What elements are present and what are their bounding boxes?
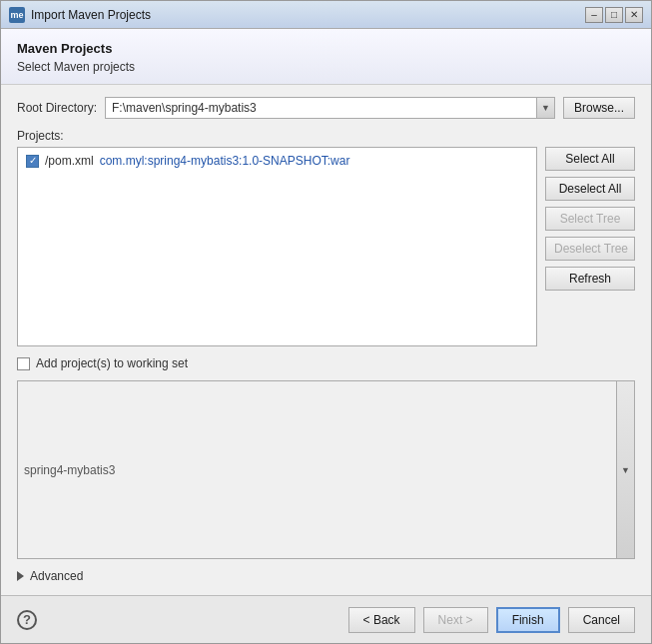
window-title: Import Maven Projects — [31, 8, 151, 22]
projects-label: Projects: — [17, 129, 635, 143]
maximize-button[interactable]: □ — [605, 7, 623, 23]
select-all-button[interactable]: Select All — [545, 147, 635, 171]
next-button[interactable]: Next > — [423, 607, 488, 633]
cancel-button[interactable]: Cancel — [568, 607, 635, 633]
footer-left: ? — [17, 610, 37, 630]
combo-arrow-icon[interactable]: ▼ — [536, 98, 554, 118]
deselect-tree-button[interactable]: Deselect Tree — [545, 237, 635, 261]
main-window: me Import Maven Projects – □ ✕ Maven Pro… — [0, 0, 652, 644]
advanced-row[interactable]: Advanced — [17, 569, 635, 583]
deselect-all-button[interactable]: Deselect All — [545, 177, 635, 201]
main-section: Root Directory: F:\maven\spring4-mybatis… — [1, 85, 651, 595]
browse-button[interactable]: Browse... — [563, 97, 635, 119]
app-icon: me — [9, 7, 25, 23]
advanced-triangle-icon — [17, 571, 24, 581]
side-buttons: Select All Deselect All Select Tree Dese… — [545, 147, 635, 346]
working-set-combo[interactable]: spring4-mybatis3 ▼ — [17, 380, 635, 559]
help-icon[interactable]: ? — [17, 610, 37, 630]
header-subtitle: Select Maven projects — [17, 60, 635, 74]
list-item: /pom.xml com.myl:spring4-mybatis3:1.0-SN… — [22, 152, 532, 170]
project-artifact: com.myl:spring4-mybatis3:1.0-SNAPSHOT:wa… — [100, 154, 350, 168]
working-set-arrow-icon[interactable]: ▼ — [616, 381, 634, 558]
footer-buttons: < Back Next > Finish Cancel — [348, 607, 635, 633]
projects-row: /pom.xml com.myl:spring4-mybatis3:1.0-SN… — [17, 147, 635, 346]
project-name: /pom.xml — [45, 154, 94, 168]
projects-list[interactable]: /pom.xml com.myl:spring4-mybatis3:1.0-SN… — [17, 147, 537, 346]
refresh-button[interactable]: Refresh — [545, 267, 635, 291]
root-directory-value: F:\maven\spring4-mybatis3 — [106, 99, 536, 117]
minimize-button[interactable]: – — [585, 7, 603, 23]
working-set-row: Add project(s) to working set — [17, 356, 635, 370]
title-bar-left: me Import Maven Projects — [9, 7, 151, 23]
working-set-checkbox[interactable] — [17, 357, 30, 370]
working-set-label: Add project(s) to working set — [36, 356, 188, 370]
root-directory-combo[interactable]: F:\maven\spring4-mybatis3 ▼ — [105, 97, 555, 119]
project-checkbox[interactable] — [26, 155, 39, 168]
projects-section: Projects: /pom.xml com.myl:spring4-mybat… — [17, 129, 635, 346]
working-set-value: spring4-mybatis3 — [18, 461, 616, 479]
footer: ? < Back Next > Finish Cancel — [1, 595, 651, 643]
header-section: Maven Projects Select Maven projects — [1, 29, 651, 85]
root-directory-label: Root Directory: — [17, 101, 97, 115]
back-button[interactable]: < Back — [348, 607, 415, 633]
header-title: Maven Projects — [17, 41, 635, 56]
close-button[interactable]: ✕ — [625, 7, 643, 23]
select-tree-button[interactable]: Select Tree — [545, 207, 635, 231]
title-bar: me Import Maven Projects – □ ✕ — [1, 1, 651, 29]
title-controls: – □ ✕ — [585, 7, 643, 23]
finish-button[interactable]: Finish — [496, 607, 560, 633]
root-directory-row: Root Directory: F:\maven\spring4-mybatis… — [17, 97, 635, 119]
advanced-label: Advanced — [30, 569, 83, 583]
